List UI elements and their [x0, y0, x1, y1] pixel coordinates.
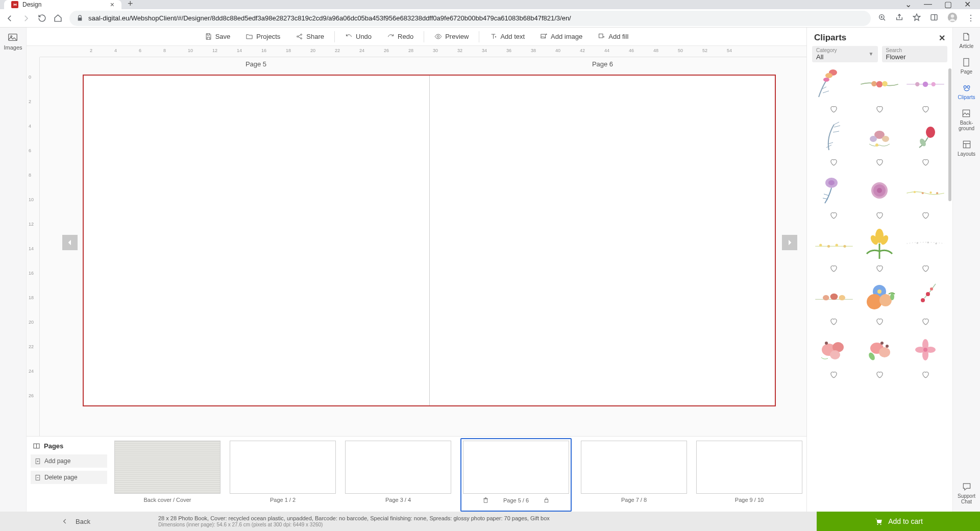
heart-icon[interactable] — [921, 370, 930, 381]
page-thumbnail[interactable]: Page 9 / 10 — [696, 441, 802, 512]
ruler-tick: 4 — [29, 124, 31, 129]
svg-point-57 — [926, 292, 930, 296]
clipart-item[interactable] — [903, 332, 947, 381]
clipart-item[interactable] — [858, 226, 902, 275]
heart-icon[interactable] — [829, 317, 838, 328]
clipart-item[interactable] — [812, 226, 856, 275]
undo-button[interactable]: Undo — [339, 31, 378, 42]
star-icon[interactable] — [913, 13, 921, 23]
close-window-icon[interactable]: ✕ — [964, 0, 971, 9]
add-page-button[interactable]: Add page — [31, 454, 107, 468]
address-bar[interactable]: saal-digital.eu/WebshopClient/#/Designer… — [69, 11, 871, 26]
page-thumbnail[interactable]: Page 1 / 2 — [230, 441, 336, 512]
right-rail-page[interactable]: Page — [961, 57, 972, 75]
canvas-area[interactable]: 2468101214161820222426283032343638404244… — [27, 46, 806, 436]
maximize-icon[interactable]: ▢ — [944, 0, 952, 9]
heart-icon[interactable] — [875, 264, 884, 275]
zoom-icon[interactable] — [878, 13, 886, 23]
right-rail-support[interactable]: Support Chat — [958, 481, 975, 504]
cliparts-scrollbar[interactable] — [948, 68, 951, 201]
delete-page-button[interactable]: Delete page — [31, 471, 107, 484]
preview-button[interactable]: Preview — [428, 31, 475, 42]
right-rail-cliparts[interactable]: Cliparts — [958, 83, 975, 100]
reload-icon[interactable] — [38, 14, 46, 22]
heart-icon[interactable] — [829, 264, 838, 275]
page-thumbnail[interactable]: Back cover / Cover — [114, 441, 220, 512]
clipart-item[interactable] — [812, 173, 856, 222]
tab-close-icon[interactable]: × — [110, 1, 114, 9]
page-thumbnail[interactable]: Page 3 / 4 — [345, 441, 451, 512]
prev-spread-button[interactable] — [62, 235, 78, 250]
chevron-down-icon[interactable]: ⌄ — [905, 0, 912, 9]
save-button[interactable]: Save — [199, 31, 237, 42]
clipart-item[interactable] — [812, 119, 856, 168]
heart-icon[interactable] — [921, 264, 930, 275]
clipart-item[interactable] — [903, 279, 947, 328]
heart-icon[interactable] — [875, 158, 884, 168]
redo-button[interactable]: Redo — [381, 31, 420, 42]
page-thumbnail[interactable]: Page 5 / 6 — [460, 438, 572, 512]
heart-icon[interactable] — [829, 158, 838, 168]
new-tab-button[interactable]: + — [128, 0, 133, 9]
clipart-thumb — [813, 119, 855, 155]
add-to-cart-button[interactable]: Add to cart — [817, 512, 980, 531]
heart-icon[interactable] — [875, 211, 884, 222]
heart-icon[interactable] — [875, 105, 884, 115]
clipart-item[interactable] — [903, 119, 947, 168]
ruler-tick: 42 — [580, 48, 585, 53]
clipart-item[interactable] — [812, 279, 856, 328]
minimize-icon[interactable]: — — [924, 0, 932, 9]
clipart-item[interactable] — [858, 173, 902, 222]
cliparts-search-input[interactable]: Search Flower — [882, 46, 948, 62]
browser-tab[interactable]: Design × — [4, 0, 121, 9]
trash-icon[interactable] — [482, 497, 489, 503]
svg-point-34 — [877, 188, 882, 193]
projects-button[interactable]: Projects — [239, 31, 286, 42]
heart-icon[interactable] — [829, 105, 838, 115]
footer-back-button[interactable]: Back — [0, 518, 158, 525]
heart-icon[interactable] — [829, 370, 838, 381]
heart-icon[interactable] — [829, 211, 838, 222]
add-image-button[interactable]: Add image — [534, 31, 589, 42]
page-thumbnail[interactable]: Page 7 / 8 — [581, 441, 687, 512]
share-url-icon[interactable] — [895, 13, 903, 23]
heart-icon[interactable] — [875, 317, 884, 328]
clipart-item[interactable] — [903, 66, 947, 115]
delete-page-icon — [35, 474, 41, 481]
clipart-item[interactable] — [858, 66, 902, 115]
heart-icon[interactable] — [921, 105, 930, 115]
profile-icon[interactable] — [947, 12, 958, 25]
clipart-item[interactable] — [903, 173, 947, 222]
undo-label: Undo — [356, 33, 372, 40]
add-fill-button[interactable]: Add fill — [592, 31, 634, 42]
heart-icon[interactable] — [921, 158, 930, 168]
forward-icon[interactable] — [21, 14, 31, 23]
clipart-item[interactable] — [812, 66, 856, 115]
back-icon[interactable] — [5, 14, 14, 23]
clipart-item[interactable] — [903, 226, 947, 275]
next-spread-button[interactable] — [782, 235, 797, 250]
lock-icon[interactable] — [543, 497, 550, 503]
clipart-item[interactable] — [858, 279, 902, 328]
heart-icon[interactable] — [875, 370, 884, 381]
preview-label: Preview — [445, 33, 469, 40]
menu-icon[interactable]: ⋮ — [967, 13, 975, 23]
add-text-button[interactable]: Add text — [483, 31, 531, 42]
cliparts-category-select[interactable]: Category All ▼ — [812, 46, 878, 62]
ruler-tick: 8 — [163, 48, 166, 53]
clipart-item[interactable] — [858, 119, 902, 168]
spread-canvas[interactable] — [83, 75, 776, 406]
home-icon[interactable] — [54, 14, 62, 22]
clipart-item[interactable] — [812, 332, 856, 381]
cliparts-close-icon[interactable]: ✕ — [939, 33, 945, 43]
right-rail-article[interactable]: Article — [960, 32, 974, 49]
panel-icon[interactable] — [930, 13, 938, 23]
right-rail-background[interactable]: Back- ground — [959, 108, 974, 131]
heart-icon[interactable] — [921, 211, 930, 222]
right-rail-layouts[interactable]: Layouts — [958, 139, 975, 157]
left-rail-images[interactable]: Images — [4, 32, 22, 51]
heart-icon[interactable] — [921, 317, 930, 328]
share-button[interactable]: Share — [289, 31, 330, 42]
clipart-item[interactable] — [858, 332, 902, 381]
svg-point-59 — [930, 287, 933, 291]
